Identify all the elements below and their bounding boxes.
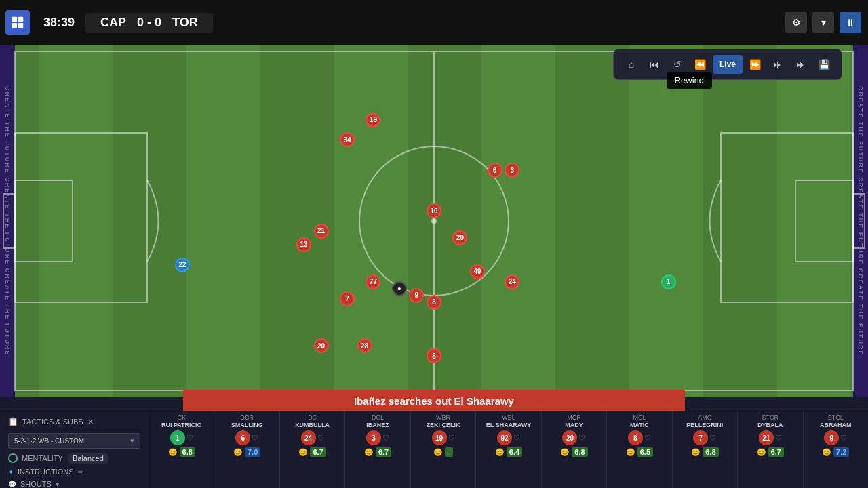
rating-value: - [445,447,453,457]
field-player-p12[interactable]: 3 [505,163,519,178]
field-player-pb[interactable]: ● [392,281,407,296]
home-button[interactable]: ⌂ [620,54,642,75]
player-name: IBAÑEZ [366,422,389,428]
svg-rect-10 [3,194,15,248]
field-player-p1[interactable]: 19 [366,113,380,127]
smiley-icon: 😊 [233,448,243,457]
save-replay-button[interactable]: 💾 [813,54,835,75]
rating-row: 😊- [433,447,453,457]
heart-icon[interactable]: ♡ [709,434,716,443]
rating-row: 😊6.5 [626,447,653,457]
rating-value: 6.7 [310,447,326,457]
top-right-controls: ⚙ ▾ ⏸ [785,12,868,33]
svg-rect-1 [18,17,23,22]
field-player-p16[interactable]: 20 [452,230,467,245]
smiley-icon: 😊 [433,448,443,457]
next-chapter-button[interactable]: ⏭ [790,54,812,75]
settings-button[interactable]: ⚙ [785,12,807,33]
position-label: MCR [567,414,581,421]
rating-value: 6.7 [376,447,391,457]
player-name: ZEKI ÇELIK [427,422,460,428]
field-player-p4[interactable]: 21 [314,224,329,239]
mentality-row: MENTALITY Balanced [8,453,140,464]
position-label: AMC [698,414,711,421]
player-column-8: AMCPELLEGRINI7♡😊6.8 [673,411,738,488]
field-player-p17[interactable]: 22 [175,258,190,272]
forward10-button[interactable]: ⏭ [767,54,789,75]
heart-icon[interactable]: ♡ [382,434,389,443]
player-name: SMALLING [231,422,263,428]
pause-button[interactable]: ⏸ [840,12,861,33]
match-score: 0 - 0 [137,16,161,30]
heart-icon[interactable]: ♡ [448,434,455,443]
fast-forward-button[interactable]: ⏩ [744,54,766,75]
heart-icon[interactable]: ♡ [644,434,651,443]
player-badge[interactable]: 19 [432,430,447,445]
player-badge[interactable]: 6 [235,430,250,445]
player-badge[interactable]: 21 [759,430,774,445]
heart-icon[interactable]: ♡ [775,434,782,443]
mentality-value[interactable]: Balanced [67,453,109,464]
heart-icon[interactable]: ♡ [252,434,258,443]
player-badge[interactable]: 8 [628,430,643,445]
player-badge[interactable]: 24 [301,430,316,445]
field-player-p14[interactable]: 28 [357,338,372,353]
heart-icon[interactable]: ♡ [317,434,324,443]
formation-selector[interactable]: 5-2-1-2 WB - CUSTOM ▾ [8,433,140,449]
field-markings [0,45,868,397]
rewind-tooltip: Rewind [667,72,712,89]
smiley-icon: 😊 [168,448,178,457]
field-player-p7[interactable]: 7 [340,291,355,306]
player-name: EL SHAARAWY [486,422,531,428]
heart-icon[interactable]: ♡ [513,434,520,443]
field-player-p19[interactable]: 8 [427,348,441,363]
formation-label: 5-2-1-2 WB - CUSTOM [14,437,84,445]
player-badge[interactable]: 92 [497,430,512,445]
rating-value: 7.2 [833,447,849,457]
player-badge[interactable]: 3 [366,430,381,445]
player-badge-row: 3♡ [366,430,389,445]
heart-icon[interactable]: ♡ [840,434,847,443]
field-player-p10[interactable]: 24 [505,274,519,289]
notification-bar: Ibañez searches out El Shaarawy [183,390,685,412]
field-player-p18[interactable]: 1 [661,274,676,289]
field-player-p2[interactable]: 34 [340,132,355,147]
player-name: KUMBULLA [295,422,330,428]
rating-value: 7.0 [245,447,260,457]
field-player-p6[interactable]: 9 [409,288,424,303]
heart-icon[interactable]: ♡ [578,434,585,443]
player-badge[interactable]: 9 [824,430,839,445]
player-badge-row: 1♡ [170,430,193,445]
smiley-icon: 😊 [757,448,766,457]
smiley-icon: 😊 [691,448,701,457]
player-column-9: STCRDYBALA21♡😊6.7 [738,411,803,488]
player-column-1: DCRSMALLING6♡😊7.0 [214,411,279,488]
player-column-4: WBRZEKI ÇELIK19♡😊- [411,411,476,488]
player-badge[interactable]: 7 [693,430,708,445]
field-player-p5[interactable]: 13 [296,237,311,252]
rating-row: 😊6.8 [560,447,587,457]
player-badge[interactable]: 20 [562,430,577,445]
position-label: WBR [436,414,450,421]
prev-chapter-button[interactable]: ⏮ [644,54,665,75]
field-player-p11[interactable]: 8 [427,295,441,310]
shouts-row[interactable]: 💬 SHOUTS ▾ [8,480,140,488]
live-button[interactable]: Live [713,55,743,74]
field-player-p8[interactable]: 77 [366,274,380,289]
player-badge-row: 21♡ [759,430,782,445]
rating-value: 6.8 [180,447,195,457]
field-player-p9[interactable]: 49 [470,264,485,279]
team-away: TOR [172,16,198,30]
heart-icon[interactable]: ♡ [186,434,193,443]
mentality-indicator [8,453,18,463]
rating-row: 😊6.8 [168,447,195,457]
instructions-row[interactable]: ✦ INSTRUCTIONS ✏ [8,468,140,476]
chevron-down-button[interactable]: ▾ [812,12,834,33]
smiley-icon: 😊 [495,448,505,457]
field-player-p13[interactable]: 20 [314,338,329,353]
player-badge[interactable]: 1 [170,430,185,445]
field-player-p15[interactable]: 10 [427,203,441,218]
player-name: MADY [565,422,583,428]
player-column-0: GKRUI PATRÍCIO1♡😊6.8 [149,411,214,488]
field-player-p3[interactable]: 6 [488,163,502,178]
